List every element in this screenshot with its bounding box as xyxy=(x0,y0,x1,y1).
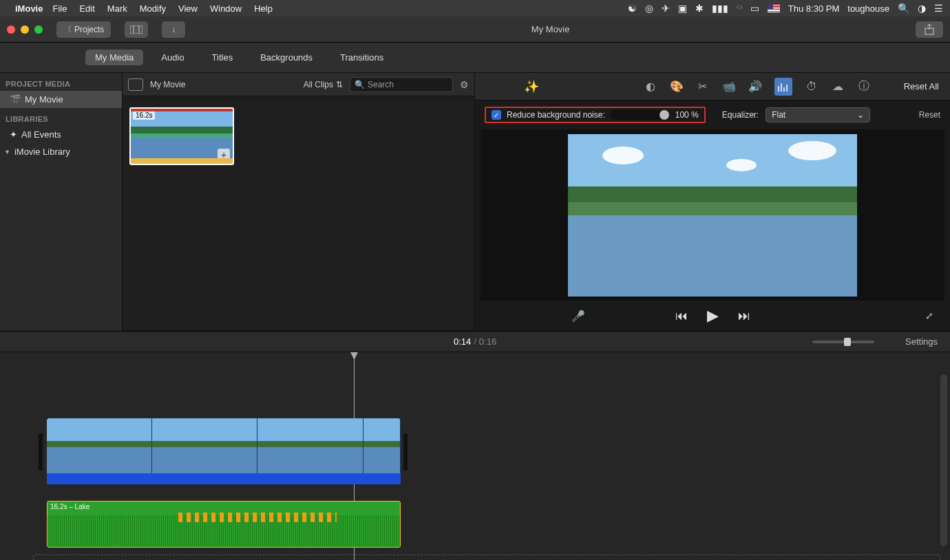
filter-icon[interactable]: ☁ xyxy=(831,80,845,94)
volume-icon[interactable]: 🔊 xyxy=(748,80,762,94)
projects-label: Projects xyxy=(74,25,104,34)
sidebar-item-project[interactable]: 🎬 My Movie xyxy=(0,91,122,108)
total-time: 0:16 xyxy=(479,336,496,347)
control-icon[interactable]: ◑ xyxy=(918,3,926,14)
window-title: My Movie xyxy=(185,24,916,34)
window-close-button[interactable] xyxy=(7,25,15,34)
filter-dropdown[interactable]: All Clips ⇅ xyxy=(304,80,343,89)
menu-mark[interactable]: Mark xyxy=(107,3,127,14)
menu-file[interactable]: File xyxy=(52,3,67,14)
video-clip[interactable] xyxy=(47,418,401,484)
clock[interactable]: Thu 8:30 PM xyxy=(788,3,839,14)
noise-reduction-icon[interactable] xyxy=(774,78,792,96)
app-name[interactable]: iMovie xyxy=(15,3,43,14)
stabilize-icon[interactable]: 📹 xyxy=(722,80,736,94)
background-music-well[interactable]: ♫ xyxy=(33,554,940,560)
preview-image[interactable] xyxy=(568,134,857,297)
info-icon[interactable]: ⓘ xyxy=(857,80,871,94)
clip-duration-badge: 16.2s xyxy=(133,111,155,120)
sidebar-item-all-events[interactable]: ✦ All Events xyxy=(0,126,122,143)
zoom-slider[interactable] xyxy=(812,341,874,343)
speed-icon[interactable]: ⏱ xyxy=(805,80,819,94)
display-icon[interactable]: ▣ xyxy=(678,3,687,14)
chevron-left-icon: 〈 xyxy=(63,23,72,35)
reset-all-button[interactable]: Reset All xyxy=(904,81,939,91)
svg-rect-8 xyxy=(786,85,788,91)
add-clip-button[interactable]: + xyxy=(218,149,230,161)
clip-trim-handle-right[interactable] xyxy=(403,433,408,471)
next-frame-button[interactable]: ⏭ xyxy=(738,309,750,323)
input-flag-icon[interactable] xyxy=(768,4,780,12)
window-zoom-button[interactable] xyxy=(34,25,43,34)
location-icon[interactable]: ✈ xyxy=(662,3,670,14)
clip-grid: 16.2s + xyxy=(123,96,474,331)
current-time: 0:14 xyxy=(454,336,471,347)
fullscreen-button[interactable]: ⤢ xyxy=(925,310,933,321)
disclosure-triangle-icon[interactable]: ▼ xyxy=(4,149,10,155)
noise-checkbox[interactable]: ✓ xyxy=(492,110,501,120)
window-titlebar: 〈 Projects ↓ My Movie xyxy=(0,17,950,43)
equalizer-select[interactable]: Flat ⌄ xyxy=(766,107,870,122)
menu-edit[interactable]: Edit xyxy=(79,3,94,14)
user-name[interactable]: toughouse xyxy=(847,3,889,14)
tab-transitions[interactable]: Transitions xyxy=(330,50,393,65)
timeline-header: 0:14 / 0:16 Settings xyxy=(0,332,950,352)
spotlight-icon[interactable]: 🔍 xyxy=(898,3,909,14)
search-input[interactable]: 🔍 Search xyxy=(350,77,453,92)
share-icon xyxy=(924,24,935,35)
time-separator: / xyxy=(474,336,476,347)
wifi-icon[interactable]: ⌔ xyxy=(737,3,742,14)
tab-audio[interactable]: Audio xyxy=(151,50,193,65)
voiceover-mic-icon[interactable]: 🎤 xyxy=(571,310,585,323)
view-toggle-button[interactable] xyxy=(128,78,143,91)
download-arrow-icon: ↓ xyxy=(171,25,176,34)
share-button[interactable] xyxy=(916,21,943,38)
sidebar: PROJECT MEDIA 🎬 My Movie LIBRARIES ✦ All… xyxy=(0,73,123,331)
search-icon: 🔍 xyxy=(355,80,365,89)
sidebar-project-label: My Movie xyxy=(25,94,63,105)
audio-settings-row: ✓ Reduce background noise: 100 % Equaliz… xyxy=(475,100,950,129)
gear-icon[interactable]: ⚙ xyxy=(460,79,469,90)
notification-center-icon[interactable]: ☰ xyxy=(934,3,943,14)
timeline[interactable]: 16.2s – Lake ♫ xyxy=(0,352,950,560)
projects-back-button[interactable]: 〈 Projects xyxy=(56,21,111,38)
bluetooth-icon[interactable]: ✱ xyxy=(695,3,704,14)
menu-help[interactable]: Help xyxy=(254,3,273,14)
color-balance-icon[interactable]: ◐ xyxy=(644,80,657,94)
menu-modify[interactable]: Modify xyxy=(140,3,166,14)
tab-my-media[interactable]: My Media xyxy=(85,50,143,65)
import-button[interactable]: ↓ xyxy=(162,21,185,38)
battery-full-icon[interactable]: ▮▮▮ xyxy=(712,3,728,14)
auto-enhance-icon[interactable]: ✨ xyxy=(525,80,538,94)
slider-knob[interactable] xyxy=(659,110,669,120)
system-tray: ☯ ◎ ✈ ▣ ✱ ▮▮▮ ⌔ ▭ Thu 8:30 PM toughouse … xyxy=(628,3,943,14)
tab-backgrounds[interactable]: Backgrounds xyxy=(251,50,322,65)
updown-icon: ⇅ xyxy=(336,80,343,89)
libraries-header: LIBRARIES xyxy=(0,108,122,126)
menu-window[interactable]: Window xyxy=(210,3,242,14)
library-view-button[interactable] xyxy=(125,21,148,38)
tab-titles[interactable]: Titles xyxy=(202,50,243,65)
timeline-scrollbar[interactable] xyxy=(940,374,947,546)
svg-rect-7 xyxy=(783,87,785,91)
menu-view[interactable]: View xyxy=(178,3,198,14)
crop-icon[interactable]: ✂ xyxy=(696,80,710,94)
prev-frame-button[interactable]: ⏮ xyxy=(675,309,688,323)
clip-trim-handle-left[interactable] xyxy=(39,433,43,471)
window-minimize-button[interactable] xyxy=(21,25,29,34)
play-button[interactable]: ▶ xyxy=(707,307,719,325)
noise-slider[interactable] xyxy=(611,110,670,120)
wechat-icon[interactable]: ☯ xyxy=(628,3,637,14)
reset-button[interactable]: Reset xyxy=(919,110,940,120)
clip-browser-header: My Movie All Clips ⇅ 🔍 Search ⚙ xyxy=(123,73,474,96)
audio-clip[interactable]: 16.2s – Lake xyxy=(47,501,401,548)
timeline-settings-button[interactable]: Settings xyxy=(905,336,938,347)
clip-thumbnail[interactable]: 16.2s + xyxy=(129,107,234,165)
noise-reduction-control: ✓ Reduce background noise: 100 % xyxy=(485,107,706,123)
playback-controls: 🎤 ⏮ ▶ ⏭ ⤢ xyxy=(475,301,950,331)
siri-icon[interactable]: ◎ xyxy=(645,3,653,14)
battery-icon[interactable]: ▭ xyxy=(750,3,759,14)
equalizer-label: Equalizer: xyxy=(722,110,759,120)
color-correction-icon[interactable]: 🎨 xyxy=(670,80,684,94)
sidebar-item-library[interactable]: ▼ iMovie Library xyxy=(0,143,122,160)
